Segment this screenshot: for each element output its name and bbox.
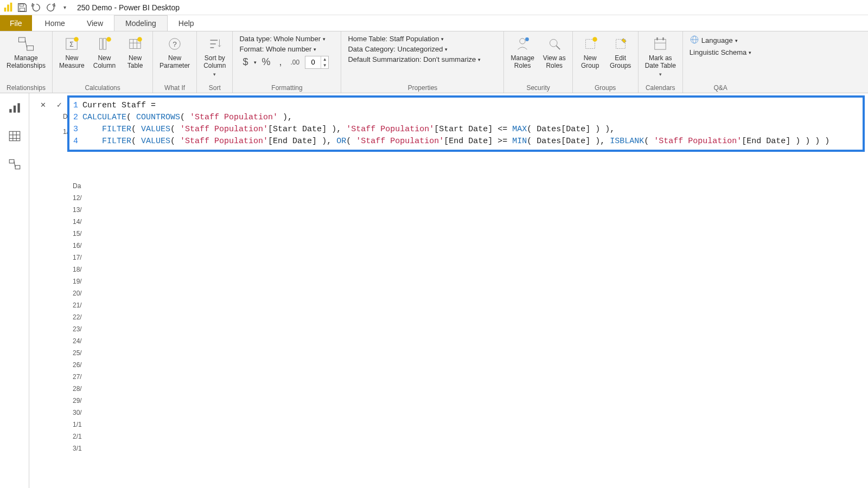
group-label: Formatting xyxy=(236,83,337,93)
linguistic-schema-dropdown[interactable]: Linguistic Schema▾ xyxy=(690,48,752,56)
decimals-input[interactable] xyxy=(305,58,321,66)
new-measure-button[interactable]: Σ New Measure xyxy=(56,33,88,72)
svg-rect-11 xyxy=(100,38,103,49)
svg-rect-6 xyxy=(27,46,34,50)
group-security: Manage Roles View as Roles Security xyxy=(504,31,572,93)
table-cell: 24/ xyxy=(73,335,91,347)
svg-rect-34 xyxy=(663,37,665,40)
group-calculations: Σ New Measure New Column New Table Calcu… xyxy=(53,31,153,93)
datatype-dropdown[interactable]: Data type: Whole Number▾ xyxy=(239,35,334,43)
line-number: 3 xyxy=(69,124,82,136)
spin-down-icon[interactable]: ▼ xyxy=(321,62,328,68)
svg-point-26 xyxy=(550,40,557,47)
datacategory-label: Data Category: Uncategorized xyxy=(348,45,443,53)
format-dropdown[interactable]: Format: Whole number▾ xyxy=(239,45,334,53)
viewas-icon xyxy=(545,35,564,53)
view-switcher xyxy=(0,93,29,488)
qat-dropdown-icon[interactable]: ▾ xyxy=(59,2,71,14)
tab-modeling[interactable]: Modeling xyxy=(114,15,168,31)
manage-roles-button[interactable]: Manage Roles xyxy=(507,33,537,72)
report-view-button[interactable] xyxy=(5,99,24,117)
table-cell: 22/ xyxy=(73,311,91,323)
chevron-down-icon: ▾ xyxy=(659,70,662,78)
svg-point-10 xyxy=(74,37,79,42)
svg-rect-38 xyxy=(9,109,11,113)
app-icon xyxy=(2,2,14,14)
table-cell: 27/ xyxy=(73,371,91,383)
mark-date-table-button[interactable]: Mark as Date Table ▾ xyxy=(642,33,679,80)
new-table-button[interactable]: New Table xyxy=(121,33,149,72)
title-bar: ▾ 250 Demo - Power BI Desktop xyxy=(0,0,868,15)
svg-rect-12 xyxy=(104,38,106,49)
formula-editor[interactable]: 1Current Staff = 2CALCULATE( COUNTROWS( … xyxy=(67,95,865,152)
hometable-dropdown[interactable]: Home Table: Staff Population▾ xyxy=(348,35,481,43)
ribbon-label: New Column xyxy=(93,54,116,69)
svg-point-25 xyxy=(525,37,529,41)
decimals-icon: .00 xyxy=(288,57,303,67)
svg-rect-31 xyxy=(655,40,666,50)
ribbon-label: Mark as Date Table xyxy=(645,54,676,69)
data-view-button[interactable] xyxy=(5,127,24,145)
svg-line-7 xyxy=(25,40,27,48)
svg-rect-40 xyxy=(17,103,20,112)
new-parameter-button[interactable]: ? New Parameter xyxy=(156,33,193,72)
table-cell: 18/ xyxy=(73,264,91,275)
sort-by-column-button[interactable]: Sort by Column ▾ xyxy=(200,33,229,80)
table-cell: 19/ xyxy=(73,275,91,287)
table-cell: 3/1 xyxy=(73,442,91,454)
tab-help[interactable]: Help xyxy=(168,15,205,31)
roles-icon xyxy=(513,35,532,53)
schema-label: Linguistic Schema xyxy=(690,48,747,56)
tab-file[interactable]: File xyxy=(0,15,32,31)
new-column-button[interactable]: New Column xyxy=(90,33,119,72)
summarization-dropdown[interactable]: Default Summarization: Don't summarize▾ xyxy=(348,55,481,63)
model-view-button[interactable] xyxy=(5,155,24,174)
ribbon-label: New Group xyxy=(581,54,599,69)
save-icon[interactable] xyxy=(16,2,28,14)
edit-groups-button[interactable]: Edit Groups xyxy=(607,33,635,72)
ribbon-label: View as Roles xyxy=(543,54,566,69)
group-properties: Home Table: Staff Population▾ Data Categ… xyxy=(341,31,504,93)
spin-up-icon[interactable]: ▲ xyxy=(321,56,328,62)
ribbon-label: Sort by Column xyxy=(203,54,226,69)
summarization-label: Default Summarization: Don't summarize xyxy=(348,55,476,63)
code-line: CALCULATE( COUNTROWS( 'Staff Population'… xyxy=(82,112,292,124)
tab-home[interactable]: Home xyxy=(34,15,76,31)
decimals-stepper[interactable]: ▲▼ xyxy=(305,56,329,69)
formula-bar: ✕ ✓ 1Current Staff = 2CALCULATE( COUNTRO… xyxy=(35,95,865,152)
group-whatif: ? New Parameter What If xyxy=(153,31,197,93)
column-header: Da xyxy=(73,180,91,192)
group-label: What If xyxy=(156,83,193,93)
tab-view[interactable]: View xyxy=(76,15,114,31)
table-icon xyxy=(126,35,144,53)
currency-button[interactable]: $ xyxy=(239,55,251,69)
svg-point-13 xyxy=(107,37,112,42)
cancel-formula-button[interactable]: ✕ xyxy=(37,99,49,111)
commit-formula-button[interactable]: ✓ xyxy=(53,99,65,111)
percent-button[interactable]: % xyxy=(259,55,274,69)
svg-rect-1 xyxy=(7,4,9,11)
table-cell: 26/ xyxy=(73,359,91,371)
datacategory-dropdown[interactable]: Data Category: Uncategorized▾ xyxy=(348,45,481,53)
manage-relationships-button[interactable]: Manage Relationships xyxy=(3,33,49,72)
table-cell: 29/ xyxy=(73,395,91,407)
chevron-down-icon: ▾ xyxy=(314,47,316,52)
table-cell: 30/ xyxy=(73,407,91,419)
group-label: Properties xyxy=(344,83,500,93)
chevron-down-icon: ▾ xyxy=(445,47,448,52)
data-column-partial: Da 12/ 13/ 14/ 15/ 16/ 17/ 18/ 19/ 20/ 2… xyxy=(73,180,91,454)
svg-rect-4 xyxy=(20,8,24,10)
undo-icon[interactable] xyxy=(30,2,42,14)
ribbon-label: Edit Groups xyxy=(610,54,631,69)
code-line: Current Staff = xyxy=(82,100,161,112)
comma-button[interactable]: , xyxy=(276,55,285,69)
relationships-icon xyxy=(17,35,35,53)
language-dropdown[interactable]: Language▾ xyxy=(690,35,752,46)
view-as-roles-button[interactable]: View as Roles xyxy=(540,33,569,72)
new-group-button[interactable]: New Group xyxy=(576,33,604,72)
table-cell: 20/ xyxy=(73,287,91,299)
chevron-down-icon: ▾ xyxy=(478,57,481,62)
line-number: 2 xyxy=(69,112,82,124)
redo-icon[interactable] xyxy=(44,2,56,14)
group-label: Security xyxy=(507,83,569,93)
